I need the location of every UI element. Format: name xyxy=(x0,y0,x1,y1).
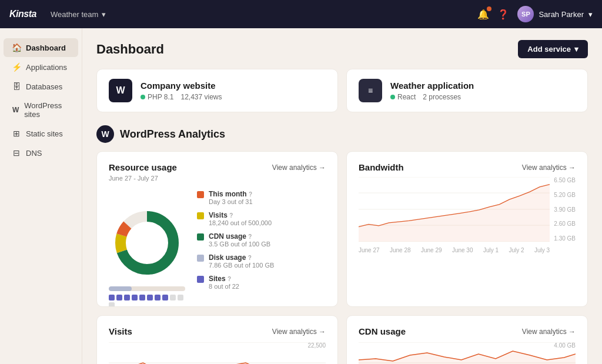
team-name: Weather team xyxy=(51,10,98,19)
cdn-usage-title: CDN usage xyxy=(359,326,406,336)
weather-service-icon: ≡ xyxy=(359,79,382,102)
sidebar-item-label: Applications xyxy=(26,63,67,72)
nav-icons: 🔔 ❓ SP Sarah Parker ▾ xyxy=(477,6,593,22)
dns-icon: ⊟ xyxy=(12,148,21,158)
visits-view-analytics-link[interactable]: View analytics → xyxy=(272,328,326,336)
sidebar-item-dns[interactable]: ⊟ DNS xyxy=(4,143,78,162)
cdn-usage-card: CDN usage View analytics → 4.00 GB 3.20 … xyxy=(346,315,588,364)
legend-label-disk: Disk usage ? xyxy=(209,253,274,262)
logo: Kinsta xyxy=(9,9,36,19)
legend-item-cdn: CDN usage ? 3.5 GB out of 100 GB xyxy=(197,232,326,248)
bandwidth-x-labels: June 27 June 28 June 29 June 30 July 1 J… xyxy=(359,247,550,253)
company-service-icon: W xyxy=(109,79,132,102)
legend-item-disk: Disk usage ? 7.86 GB out of 100 GB xyxy=(197,253,326,269)
legend-sub-disk: 7.86 GB out of 100 GB xyxy=(209,262,274,269)
applications-icon: ⚡ xyxy=(12,62,21,72)
wp-analytics-header: W WordPress Analytics xyxy=(96,125,588,143)
status-dot-weather xyxy=(390,95,395,99)
sidebar-item-dashboard[interactable]: 🏠 Dashboard xyxy=(4,38,78,57)
visits-card: Visits View analytics → 22,500 18,000 xyxy=(96,315,338,364)
service-card-info: Company website PHP 8.1 12,437 views xyxy=(141,81,222,101)
help-icon[interactable]: ❓ xyxy=(497,9,509,20)
service-card-meta-weather: React 2 processes xyxy=(390,93,474,101)
x-label: July 3 xyxy=(534,247,550,253)
legend-color-cdn xyxy=(197,233,204,241)
sidebar-item-static[interactable]: ⊞ Static sites xyxy=(4,124,78,143)
wp-section-icon: W xyxy=(96,125,114,143)
resource-legend: This month ? Day 3 out of 31 Visits ? 18… xyxy=(197,190,326,296)
legend-color-sites xyxy=(197,276,204,283)
bandwidth-view-analytics-link[interactable]: View analytics → xyxy=(522,163,576,172)
database-icon: 🗄 xyxy=(12,82,21,91)
legend-color-visits xyxy=(197,212,204,219)
add-service-button[interactable]: Add service ▾ xyxy=(518,40,588,58)
x-label: July 2 xyxy=(509,247,524,253)
x-label: June 29 xyxy=(421,247,442,253)
visits-header: Visits View analytics → xyxy=(109,326,326,336)
sidebar-item-applications[interactable]: ⚡ Applications xyxy=(4,58,78,76)
visits-title: Visits xyxy=(109,326,132,336)
legend-sub-cdn: 3.5 GB out of 100 GB xyxy=(209,241,270,248)
service-card-weather[interactable]: ≡ Weather application React 2 processes xyxy=(346,69,588,112)
add-service-chevron-icon: ▾ xyxy=(574,45,578,54)
legend-label-visits: Visits ? xyxy=(209,211,272,219)
bandwidth-svg xyxy=(359,177,550,242)
legend-color-disk xyxy=(197,255,204,262)
resource-date-range: June 27 - July 27 xyxy=(109,175,326,182)
legend-item-sites: Sites ? 8 out of 22 xyxy=(197,275,326,290)
y-label: 22,500 xyxy=(307,342,326,349)
y-label: 2.60 GB xyxy=(552,221,576,227)
cdn-view-analytics-link[interactable]: View analytics → xyxy=(522,328,576,336)
y-label: 6.50 GB xyxy=(552,177,576,183)
service-card-name-weather: Weather application xyxy=(390,81,474,91)
visits-chart: 22,500 18,000 xyxy=(109,342,326,364)
avatar: SP xyxy=(517,6,534,22)
bandwidth-header: Bandwidth View analytics → xyxy=(359,162,576,172)
sidebar-item-label: Dashboard xyxy=(26,44,66,52)
sidebar-item-wordpress[interactable]: W WordPress sites xyxy=(4,96,78,123)
page-header: Dashboard Add service ▾ xyxy=(96,40,588,58)
legend-item-visits: Visits ? 18,240 out of 500,000 xyxy=(197,211,326,226)
legend-label-month: This month ? xyxy=(209,190,253,198)
x-label: June 28 xyxy=(390,247,411,253)
legend-label-cdn: CDN usage ? xyxy=(209,232,270,241)
bandwidth-y-labels: 6.50 GB 5.20 GB 3.90 GB 2.60 GB 1.30 GB xyxy=(552,177,576,242)
y-label: 1.30 GB xyxy=(552,235,576,242)
status-dot-icon xyxy=(141,95,145,99)
resource-usage-header: Resource usage View analytics → xyxy=(109,162,326,172)
visits-svg xyxy=(109,342,326,364)
bandwidth-card: Bandwidth View analytics → xyxy=(346,151,588,307)
y-label: 3.90 GB xyxy=(552,206,576,213)
home-icon: 🏠 xyxy=(12,43,21,52)
cdn-y-labels: 4.00 GB 3.20 GB xyxy=(554,342,576,364)
service-status: PHP 8.1 xyxy=(148,93,173,101)
analytics-grid: Resource usage View analytics → June 27 … xyxy=(96,151,588,364)
legend-item-month: This month ? Day 3 out of 31 xyxy=(197,190,326,205)
service-card-company[interactable]: W Company website PHP 8.1 12,437 views xyxy=(96,69,338,112)
service-processes: 2 processes xyxy=(423,93,461,101)
sidebar: 🏠 Dashboard ⚡ Applications 🗄 Databases W… xyxy=(0,28,82,364)
service-card-name: Company website xyxy=(141,81,222,91)
notifications-icon[interactable]: 🔔 xyxy=(477,9,489,20)
main-content: Dashboard Add service ▾ W Company websit… xyxy=(82,28,602,364)
sidebar-item-databases[interactable]: 🗄 Databases xyxy=(4,77,78,96)
user-menu[interactable]: SP Sarah Parker ▾ xyxy=(517,6,593,22)
service-views: 12,437 views xyxy=(180,93,222,101)
status-indicator-weather: React xyxy=(390,93,416,101)
x-label: June 27 xyxy=(359,247,380,253)
sidebar-item-label: WordPress sites xyxy=(24,101,70,119)
cdn-svg xyxy=(359,342,576,364)
section-title: WordPress Analytics xyxy=(120,128,225,141)
team-selector[interactable]: Weather team ▾ xyxy=(51,10,106,19)
sidebar-item-label: Static sites xyxy=(26,129,63,138)
user-chevron-icon: ▾ xyxy=(588,10,593,19)
service-card-info-weather: Weather application React 2 processes xyxy=(390,81,474,101)
status-indicator: PHP 8.1 xyxy=(141,93,173,101)
add-service-label: Add service xyxy=(527,45,571,54)
sidebar-item-label: Databases xyxy=(26,82,62,91)
y-label: 5.20 GB xyxy=(552,192,576,198)
static-icon: ⊞ xyxy=(12,129,21,138)
resource-donut-chart xyxy=(109,205,185,281)
resource-view-analytics-link[interactable]: View analytics → xyxy=(272,163,326,172)
chevron-down-icon: ▾ xyxy=(102,10,106,19)
